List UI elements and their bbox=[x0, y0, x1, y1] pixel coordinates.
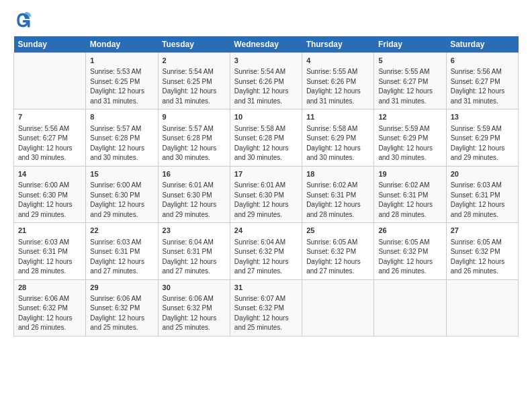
header-cell-thursday: Thursday bbox=[302, 36, 374, 53]
calendar-header: SundayMondayTuesdayWednesdayThursdayFrid… bbox=[14, 36, 519, 53]
cell-content: Sunrise: 6:05 AM Sunset: 6:32 PM Dayligh… bbox=[306, 238, 369, 277]
page: SundayMondayTuesdayWednesdayThursdayFrid… bbox=[0, 0, 532, 411]
day-number: 11 bbox=[306, 112, 369, 122]
day-number: 24 bbox=[234, 226, 298, 236]
cell-content: Sunrise: 5:58 AM Sunset: 6:28 PM Dayligh… bbox=[234, 124, 298, 163]
cell-content: Sunrise: 5:54 AM Sunset: 6:25 PM Dayligh… bbox=[163, 67, 226, 106]
cell-content: Sunrise: 5:59 AM Sunset: 6:29 PM Dayligh… bbox=[378, 124, 441, 163]
day-number: 31 bbox=[234, 283, 298, 293]
cell-content: Sunrise: 5:58 AM Sunset: 6:29 PM Dayligh… bbox=[306, 124, 369, 163]
calendar-cell: 15Sunrise: 6:00 AM Sunset: 6:30 PM Dayli… bbox=[86, 166, 158, 222]
calendar-cell: 26Sunrise: 6:05 AM Sunset: 6:32 PM Dayli… bbox=[374, 223, 446, 279]
calendar-cell: 30Sunrise: 6:06 AM Sunset: 6:32 PM Dayli… bbox=[158, 279, 230, 336]
day-number: 22 bbox=[90, 226, 153, 236]
day-number: 21 bbox=[18, 226, 81, 236]
calendar-cell: 28Sunrise: 6:06 AM Sunset: 6:32 PM Dayli… bbox=[14, 279, 86, 336]
cell-content: Sunrise: 6:06 AM Sunset: 6:32 PM Dayligh… bbox=[90, 294, 153, 333]
logo bbox=[13, 11, 35, 30]
header-cell-wednesday: Wednesday bbox=[230, 36, 302, 53]
calendar-cell bbox=[302, 279, 374, 336]
header-cell-monday: Monday bbox=[86, 36, 158, 53]
logo-icon bbox=[13, 11, 32, 30]
day-number: 20 bbox=[451, 169, 514, 179]
cell-content: Sunrise: 6:05 AM Sunset: 6:32 PM Dayligh… bbox=[378, 238, 441, 277]
header-cell-friday: Friday bbox=[374, 36, 446, 53]
calendar-cell: 1Sunrise: 5:53 AM Sunset: 6:25 PM Daylig… bbox=[86, 53, 158, 109]
week-row-2: 7Sunrise: 5:56 AM Sunset: 6:27 PM Daylig… bbox=[14, 109, 519, 166]
cell-content: Sunrise: 6:03 AM Sunset: 6:31 PM Dayligh… bbox=[451, 181, 514, 220]
calendar-cell: 11Sunrise: 5:58 AM Sunset: 6:29 PM Dayli… bbox=[302, 109, 374, 166]
calendar-cell: 5Sunrise: 5:55 AM Sunset: 6:27 PM Daylig… bbox=[374, 53, 446, 109]
calendar-cell: 13Sunrise: 5:59 AM Sunset: 6:29 PM Dayli… bbox=[446, 109, 518, 166]
day-number: 27 bbox=[451, 226, 514, 236]
calendar-cell: 24Sunrise: 6:04 AM Sunset: 6:32 PM Dayli… bbox=[230, 223, 302, 279]
cell-content: Sunrise: 6:04 AM Sunset: 6:32 PM Dayligh… bbox=[234, 238, 298, 277]
cell-content: Sunrise: 6:03 AM Sunset: 6:31 PM Dayligh… bbox=[90, 238, 153, 277]
day-number: 2 bbox=[163, 56, 226, 66]
cell-content: Sunrise: 5:57 AM Sunset: 6:28 PM Dayligh… bbox=[163, 124, 226, 163]
day-number: 5 bbox=[378, 56, 441, 66]
calendar-cell: 16Sunrise: 6:01 AM Sunset: 6:30 PM Dayli… bbox=[158, 166, 230, 222]
calendar-cell: 18Sunrise: 6:02 AM Sunset: 6:31 PM Dayli… bbox=[302, 166, 374, 222]
day-number: 1 bbox=[90, 56, 153, 66]
week-row-3: 14Sunrise: 6:00 AM Sunset: 6:30 PM Dayli… bbox=[14, 166, 519, 222]
week-row-5: 28Sunrise: 6:06 AM Sunset: 6:32 PM Dayli… bbox=[14, 279, 519, 336]
calendar-cell bbox=[446, 279, 518, 336]
calendar-cell: 2Sunrise: 5:54 AM Sunset: 6:25 PM Daylig… bbox=[158, 53, 230, 109]
day-number: 30 bbox=[163, 283, 226, 293]
day-number: 16 bbox=[163, 169, 226, 179]
cell-content: Sunrise: 6:07 AM Sunset: 6:32 PM Dayligh… bbox=[234, 294, 298, 333]
calendar-cell: 19Sunrise: 6:02 AM Sunset: 6:31 PM Dayli… bbox=[374, 166, 446, 222]
day-number: 7 bbox=[18, 112, 81, 122]
calendar-cell: 31Sunrise: 6:07 AM Sunset: 6:32 PM Dayli… bbox=[230, 279, 302, 336]
day-number: 12 bbox=[378, 112, 441, 122]
calendar-cell: 9Sunrise: 5:57 AM Sunset: 6:28 PM Daylig… bbox=[158, 109, 230, 166]
day-number: 3 bbox=[234, 56, 298, 66]
cell-content: Sunrise: 5:54 AM Sunset: 6:26 PM Dayligh… bbox=[234, 67, 298, 106]
cell-content: Sunrise: 6:05 AM Sunset: 6:32 PM Dayligh… bbox=[451, 238, 514, 277]
calendar-cell: 20Sunrise: 6:03 AM Sunset: 6:31 PM Dayli… bbox=[446, 166, 518, 222]
header-cell-tuesday: Tuesday bbox=[158, 36, 230, 53]
cell-content: Sunrise: 6:06 AM Sunset: 6:32 PM Dayligh… bbox=[18, 294, 81, 333]
cell-content: Sunrise: 5:59 AM Sunset: 6:29 PM Dayligh… bbox=[451, 124, 514, 163]
day-number: 18 bbox=[306, 169, 369, 179]
calendar-body: 1Sunrise: 5:53 AM Sunset: 6:25 PM Daylig… bbox=[14, 53, 519, 336]
day-number: 10 bbox=[234, 112, 298, 122]
cell-content: Sunrise: 6:00 AM Sunset: 6:30 PM Dayligh… bbox=[90, 181, 153, 220]
calendar-cell: 29Sunrise: 6:06 AM Sunset: 6:32 PM Dayli… bbox=[86, 279, 158, 336]
cell-content: Sunrise: 5:55 AM Sunset: 6:26 PM Dayligh… bbox=[306, 67, 369, 106]
calendar-cell: 25Sunrise: 6:05 AM Sunset: 6:32 PM Dayli… bbox=[302, 223, 374, 279]
cell-content: Sunrise: 5:57 AM Sunset: 6:28 PM Dayligh… bbox=[90, 124, 153, 163]
cell-content: Sunrise: 6:01 AM Sunset: 6:30 PM Dayligh… bbox=[163, 181, 226, 220]
cell-content: Sunrise: 6:02 AM Sunset: 6:31 PM Dayligh… bbox=[378, 181, 441, 220]
calendar-cell: 8Sunrise: 5:57 AM Sunset: 6:28 PM Daylig… bbox=[86, 109, 158, 166]
cell-content: Sunrise: 5:56 AM Sunset: 6:27 PM Dayligh… bbox=[451, 67, 514, 106]
calendar-cell bbox=[374, 279, 446, 336]
week-row-4: 21Sunrise: 6:03 AM Sunset: 6:31 PM Dayli… bbox=[14, 223, 519, 279]
header bbox=[13, 11, 519, 30]
cell-content: Sunrise: 6:06 AM Sunset: 6:32 PM Dayligh… bbox=[163, 294, 226, 333]
day-number: 13 bbox=[451, 112, 514, 122]
calendar-cell: 12Sunrise: 5:59 AM Sunset: 6:29 PM Dayli… bbox=[374, 109, 446, 166]
calendar-cell: 7Sunrise: 5:56 AM Sunset: 6:27 PM Daylig… bbox=[14, 109, 86, 166]
header-cell-saturday: Saturday bbox=[446, 36, 518, 53]
day-number: 9 bbox=[163, 112, 226, 122]
week-row-1: 1Sunrise: 5:53 AM Sunset: 6:25 PM Daylig… bbox=[14, 53, 519, 109]
cell-content: Sunrise: 5:55 AM Sunset: 6:27 PM Dayligh… bbox=[378, 67, 441, 106]
day-number: 19 bbox=[378, 169, 441, 179]
cell-content: Sunrise: 5:56 AM Sunset: 6:27 PM Dayligh… bbox=[18, 124, 81, 163]
cell-content: Sunrise: 6:02 AM Sunset: 6:31 PM Dayligh… bbox=[306, 181, 369, 220]
day-number: 15 bbox=[90, 169, 153, 179]
calendar-cell bbox=[14, 53, 86, 109]
calendar-cell: 3Sunrise: 5:54 AM Sunset: 6:26 PM Daylig… bbox=[230, 53, 302, 109]
day-number: 6 bbox=[451, 56, 514, 66]
calendar-cell: 10Sunrise: 5:58 AM Sunset: 6:28 PM Dayli… bbox=[230, 109, 302, 166]
cell-content: Sunrise: 6:03 AM Sunset: 6:31 PM Dayligh… bbox=[18, 238, 81, 277]
calendar-cell: 27Sunrise: 6:05 AM Sunset: 6:32 PM Dayli… bbox=[446, 223, 518, 279]
day-number: 28 bbox=[18, 283, 81, 293]
cell-content: Sunrise: 6:04 AM Sunset: 6:31 PM Dayligh… bbox=[163, 238, 226, 277]
header-cell-sunday: Sunday bbox=[14, 36, 86, 53]
calendar-table: SundayMondayTuesdayWednesdayThursdayFrid… bbox=[13, 36, 519, 336]
calendar-cell: 17Sunrise: 6:01 AM Sunset: 6:30 PM Dayli… bbox=[230, 166, 302, 222]
day-number: 14 bbox=[18, 169, 81, 179]
